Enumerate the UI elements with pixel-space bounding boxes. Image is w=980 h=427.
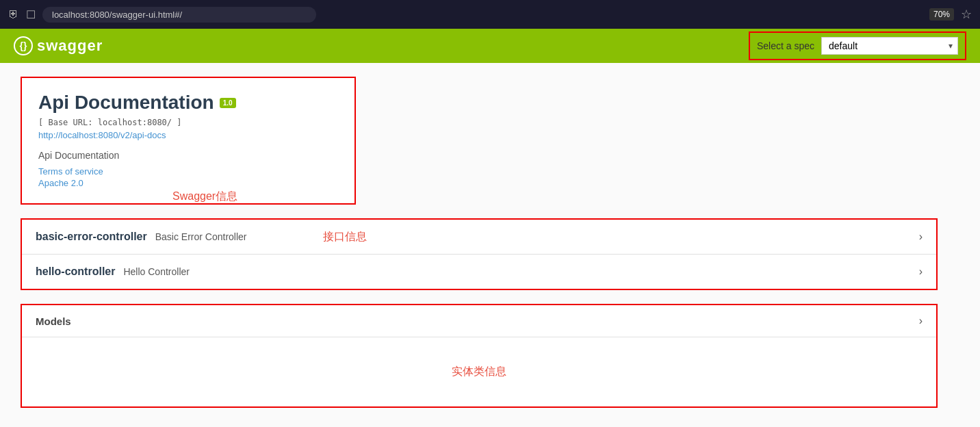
models-title: Models [36, 315, 71, 327]
swagger-info-annotation: Swagger信息 [172, 190, 237, 204]
expand-models-icon[interactable]: › [919, 315, 923, 327]
expand-hello-icon[interactable]: › [919, 266, 923, 278]
models-section: Models › 实体类信息 [21, 304, 938, 408]
basic-error-controller-name: basic-error-controller [36, 231, 147, 243]
api-info-card: Api Documentation 1.0 [ Base URL: localh… [21, 77, 356, 205]
swagger-logo-icon: {} [14, 36, 33, 55]
hello-controller-row[interactable]: hello-controller Hello Controller › [22, 255, 936, 289]
logo-symbol: {} [20, 40, 27, 51]
address-bar[interactable]: localhost:8080/swagger-ui.html#/ [42, 7, 316, 23]
models-body: 实体类信息 [22, 337, 936, 406]
api-docs-link[interactable]: http://localhost:8080/v2/api-docs [38, 130, 338, 140]
swagger-logo-text: swagger [37, 37, 103, 55]
interface-annotation: 接口信息 [323, 230, 367, 244]
browser-chrome: ⛨ ☐ localhost:8080/swagger-ui.html#/ 70%… [0, 0, 980, 29]
api-title: Api Documentation [38, 92, 214, 114]
spec-select[interactable]: default [821, 37, 958, 55]
api-title-row: Api Documentation 1.0 [38, 92, 338, 114]
base-url: [ Base URL: localhost:8080/ ] [38, 118, 338, 127]
license-link[interactable]: Apache 2.0 [38, 178, 338, 188]
terms-of-service-link[interactable]: Terms of service [38, 166, 338, 177]
models-header[interactable]: Models › [22, 305, 936, 337]
expand-basic-error-icon[interactable]: › [919, 231, 923, 243]
swagger-navbar: {} swagger Select a spec default ▾ [0, 29, 980, 63]
entity-annotation: 实体类信息 [452, 365, 506, 377]
bookmark-icon[interactable]: ☆ [961, 7, 972, 22]
hello-controller-name: hello-controller [36, 266, 115, 278]
basic-error-controller-row[interactable]: basic-error-controller Basic Error Contr… [22, 220, 936, 255]
controllers-section: basic-error-controller Basic Error Contr… [21, 218, 938, 290]
zoom-level: 70% [929, 8, 954, 21]
version-badge: 1.0 [220, 98, 236, 108]
api-description: Api Documentation [38, 150, 338, 161]
spec-label: Select a spec [757, 40, 814, 51]
shield-icon: ⛨ [8, 8, 19, 21]
swagger-logo: {} swagger [14, 36, 103, 55]
spec-selector-container: Select a spec default ▾ [749, 31, 966, 60]
basic-error-controller-desc: Basic Error Controller [155, 231, 247, 242]
spec-select-wrapper: default ▾ [821, 37, 958, 55]
main-content: Api Documentation 1.0 [ Base URL: localh… [0, 63, 980, 427]
hello-controller-desc: Hello Controller [123, 266, 189, 277]
doc-icon: ☐ [26, 8, 36, 21]
